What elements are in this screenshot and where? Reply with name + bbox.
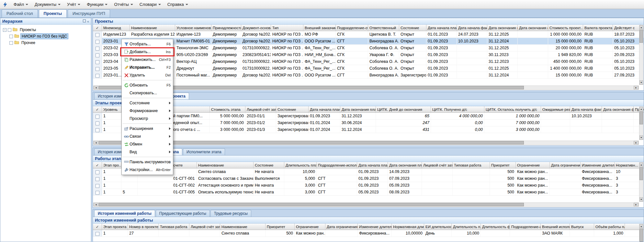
tree-checkbox[interactable] [9,35,13,38]
menu-item-связи[interactable]: Связи [122,133,173,140]
column-header[interactable]: Состояние [399,25,426,31]
column-header[interactable]: Действует с [613,25,641,31]
scroll-right-icon[interactable]: ► [634,203,638,206]
subtab[interactable]: Трудовые ресурсы [210,210,251,217]
tab-рабочий-стол[interactable]: Рабочий стол [2,9,38,17]
menubar-item-документы[interactable]: Документы [31,1,64,8]
table-row[interactable]: 1ого отчета с ...3 000 000,002023-01/3За… [93,126,644,133]
column-header[interactable]: Подразделение-ис [510,224,541,230]
column-header[interactable]: Условное наименов. [175,25,211,31]
menubar-item-справка[interactable]: Справка [164,1,191,8]
column-header[interactable]: Лицевой счёт затрат. [245,106,276,112]
scroll-up-icon[interactable]: ▲ [639,224,643,228]
row-checkbox[interactable] [96,184,99,188]
column-header[interactable]: ЦИТК. Осталось получить д/с [484,106,541,112]
column-header[interactable]: Типовая работа [453,162,490,168]
vertical-scrollbar[interactable]: ▲▼ [639,25,643,85]
table-row[interactable]: 2023-05ДредноутДемопример017310000922...… [93,65,644,72]
menu-item-состояние[interactable]: Состояние [122,99,173,107]
column-header[interactable]: ЦИТК. Получено д/с [431,106,484,112]
column-header[interactable]: Дата окончания план [388,162,422,168]
row-checkbox[interactable] [96,74,99,78]
column-header[interactable]: Лицевой счёт затр [422,162,453,168]
select-all-header[interactable]: ✓ [93,25,102,31]
row-checkbox[interactable] [96,47,99,51]
column-header[interactable]: Приоритет [490,162,516,168]
horizontal-scrollbar[interactable]: ◄► [93,86,639,90]
table-row[interactable]: 1501-СГТ-005Описать используемую техноло… [93,189,644,196]
menubar-item-отчёты[interactable]: Отчёты [111,1,136,8]
scroll-right-icon[interactable]: ► [634,86,638,89]
column-header[interactable]: Уровень [102,106,121,112]
menu-item-расширения[interactable]: Расширения [122,125,173,133]
column-header[interactable]: Подразделение-от... [336,25,368,31]
column-header[interactable]: Внешний заказчик [303,25,336,31]
table-row[interactable]: 127Синтез сплава500Как можно ран...Фикси… [93,230,644,237]
table-row[interactable]: 2023-01...Постоянный маг...ДемопримерДог… [93,72,644,79]
row-checkbox[interactable] [96,53,99,57]
scroll-right-icon[interactable]: ► [634,141,638,144]
table-row[interactable]: 1Синтез сплаваНе начата10,00001.09.20231… [93,168,644,175]
column-header[interactable]: Ограничение [295,224,325,230]
column-header[interactable]: ЕИ длительности [424,224,452,230]
collapse-icon[interactable]: − [3,28,6,32]
column-header[interactable]: Изменение длител [358,224,392,230]
table-row[interactable]: 1еденной опыт...7 000 000,002023-01/2Зар… [93,120,644,126]
column-header[interactable]: Наименование [197,162,254,168]
tab-проекты[interactable]: Проекты [39,9,67,17]
vertical-scrollbar[interactable]: ▲▼ [639,224,643,241]
row-checkbox[interactable] [96,170,99,174]
subtab[interactable]: Исполнители этапа [183,148,225,155]
column-header[interactable]: Приоритет [266,224,295,230]
column-header[interactable]: Ограничение [516,162,550,168]
row-checkbox[interactable] [96,40,99,44]
scroll-left-icon[interactable]: ◄ [94,86,98,89]
menubar-item-словари[interactable]: Словари [136,1,164,8]
column-header[interactable]: ЦИТК. Дней до окончания [376,106,431,112]
row-checkbox[interactable] [96,67,99,71]
column-header[interactable]: Дата начала факт [457,25,487,31]
scrollbar-thumb[interactable] [639,229,643,242]
pin-icon[interactable] [83,19,86,22]
scrollbar-thumb[interactable] [639,30,643,43]
row-checkbox[interactable] [96,33,99,37]
menu-item-размножить[interactable]: Размножить...Ctrl+F3 [122,56,173,63]
menu-item-настройки[interactable]: Настройки...Alt+Enter [122,166,173,174]
table-row[interactable]: 2023-04Вектор-АЦДемопример017310000922..… [93,58,644,65]
column-header[interactable]: Дата окончания п... [487,25,518,31]
column-header[interactable]: Длительность пла [452,224,481,230]
column-header[interactable]: Стоимость проект... [548,25,583,31]
table-row[interactable]: 2023-02Технология-ЭМСДемопример017310000… [93,45,644,52]
column-header[interactable]: Типовая работа [159,224,189,230]
column-header[interactable]: Длительность план▼ [284,162,317,168]
column-header[interactable]: Ответственный [368,25,399,31]
select-all-header[interactable]: ✓ [93,106,102,112]
column-header[interactable]: Дата окончания план [340,106,376,112]
menu-item-отобрать[interactable]: Отобрать...F6 [122,40,173,48]
scroll-up-icon[interactable]: ▲ [639,25,643,29]
column-header[interactable]: Объём работы пл... [594,224,625,230]
menu-item-добавить[interactable]: Добавить...Ins [122,48,173,56]
column-header[interactable]: Валюта проекта [583,25,613,31]
column-header[interactable]: Наименование [220,224,266,230]
column-header[interactable]: Дата ограничения [325,224,358,230]
scroll-down-icon[interactable]: ▼ [639,80,643,85]
vertical-scrollbar[interactable]: ▲▼ [639,162,643,202]
column-header[interactable]: Нормативная длит [392,224,424,230]
scroll-down-icon[interactable]: ▼ [639,197,643,202]
column-header[interactable]: Номер в проекте [128,224,159,230]
menu-item-формирование[interactable]: Формирование [122,107,173,115]
column-header[interactable]: Дата начала план [309,106,340,112]
column-header[interactable]: Выпуск [570,224,594,230]
column-header[interactable]: Состояние [276,106,309,112]
menubar-item-учёт[interactable]: Учёт [64,1,84,8]
column-header[interactable]: Документ-основан... [241,25,271,31]
tree-item[interactable]: Прочее [2,40,90,46]
tree-checkbox[interactable] [8,28,11,32]
table-row[interactable]: 101-СГТ-001Согласовать состав с Заказчик… [93,175,644,182]
menu-item-удалить[interactable]: УдалитьDel [122,71,173,79]
column-header[interactable]: Ожидаемые резул... [541,106,570,112]
select-all-header[interactable]: ✓ [93,224,102,230]
vertical-scrollbar[interactable]: ▲▼ [639,107,643,140]
column-header[interactable]: Тип [271,25,303,31]
